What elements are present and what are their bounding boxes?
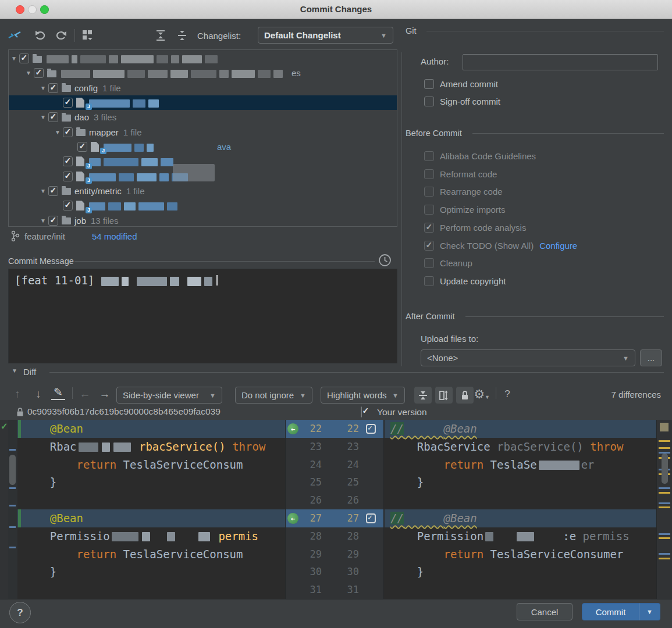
tree-row[interactable]: ▼es — [9, 66, 397, 80]
right-diff-editor[interactable]: // @Bean RbacService rbacService() throw… — [385, 420, 656, 599]
option-checkbox[interactable] — [424, 187, 434, 197]
sign-off-commit-option[interactable]: Sign-off commit — [424, 97, 500, 106]
branch-name[interactable]: feature/init — [24, 231, 65, 241]
tree-row-checkbox[interactable] — [63, 172, 73, 181]
tree-row-checkbox[interactable] — [34, 68, 44, 78]
diff-collapse-icon[interactable]: ▼ — [12, 367, 17, 374]
before-commit-option-reformat-code[interactable]: Reformat code — [424, 169, 497, 179]
tree-row-checkbox[interactable] — [19, 53, 29, 63]
viewer-mode-select[interactable]: Side-by-side viewer▼ — [116, 387, 222, 404]
diff-settings-gear-icon[interactable]: ⚙▼ — [474, 386, 490, 402]
changelist-select[interactable]: Default Changelist ▼ — [258, 27, 393, 44]
diff-help-icon[interactable]: ? — [499, 386, 515, 402]
left-code-line: Permissio permis — [17, 527, 285, 545]
left-editor-scrollbar[interactable] — [8, 420, 17, 599]
tree-row-dao[interactable]: ▼dao3 files — [9, 110, 397, 124]
tree-row-entity-metric[interactable]: ▼entity/metric1 file — [9, 184, 397, 198]
sync-scroll-icon[interactable] — [435, 387, 453, 404]
commit-button[interactable]: Commit — [582, 603, 639, 620]
tree-row-checkbox[interactable] — [77, 142, 87, 152]
tree-row-checkbox[interactable] — [48, 112, 58, 122]
tree-row-checkbox[interactable] — [48, 216, 58, 226]
group-by-icon[interactable] — [80, 28, 95, 43]
tree-expand-icon[interactable]: ▼ — [40, 81, 48, 95]
commit-dropdown-button[interactable]: ▼ — [639, 603, 660, 620]
tree-row[interactable] — [9, 198, 397, 213]
scrollbar-thumb[interactable] — [9, 455, 16, 485]
option-checkbox[interactable] — [424, 258, 434, 268]
tree-expand-icon[interactable]: ▼ — [26, 66, 34, 80]
next-difference-icon[interactable]: ↓ — [30, 386, 47, 402]
option-checkbox[interactable] — [424, 241, 434, 251]
help-button[interactable]: ? — [9, 602, 31, 623]
cancel-button[interactable]: Cancel — [517, 603, 573, 620]
tree-row[interactable]: ▼ — [9, 51, 397, 66]
next-change-icon[interactable]: → — [97, 386, 113, 402]
right-editor-scrollbar[interactable] — [656, 420, 672, 599]
rollback-icon[interactable] — [33, 28, 48, 43]
tree-row-mapper[interactable]: ▼mapper1 file — [9, 125, 397, 140]
previous-difference-icon[interactable]: ↑ — [9, 386, 26, 402]
amend-commit-checkbox[interactable] — [424, 79, 434, 89]
lock-icon[interactable] — [456, 387, 474, 404]
option-checkbox[interactable] — [424, 151, 434, 161]
message-history-icon[interactable] — [378, 254, 392, 267]
highlight-mode-select[interactable]: Highlight words▼ — [321, 387, 405, 404]
tree-expand-icon[interactable]: ▼ — [40, 184, 48, 198]
tree-row-checkbox[interactable] — [63, 98, 73, 108]
whitespace-ignore-select[interactable]: Do not ignore▼ — [235, 387, 312, 404]
code-token: @Bean — [444, 512, 477, 524]
edit-icon[interactable]: ✎ — [51, 385, 65, 400]
apply-change-icon[interactable]: ← — [287, 513, 298, 524]
left-diff-editor[interactable]: @Bean Rbac rbacService() throw return Te… — [17, 420, 285, 599]
amend-commit-option[interactable]: Amend commit — [424, 79, 498, 89]
collapse-unchanged-icon[interactable] — [414, 387, 432, 404]
tree-row-checkbox[interactable] — [63, 156, 73, 166]
tree-row[interactable] — [9, 95, 397, 110]
expand-all-icon[interactable] — [153, 28, 168, 43]
before-commit-option-rearrange-code[interactable]: Rearrange code — [424, 187, 503, 197]
tree-expand-icon[interactable]: ▼ — [55, 125, 63, 140]
tree-row-checkbox[interactable] — [48, 186, 58, 196]
scroll-change-mark — [659, 537, 670, 539]
author-input[interactable] — [463, 54, 658, 70]
previous-change-icon[interactable]: ← — [77, 386, 93, 402]
tree-row-checkbox[interactable] — [63, 201, 73, 210]
folder-icon — [62, 188, 71, 195]
tree-expand-icon[interactable]: ▼ — [40, 110, 48, 124]
option-checkbox[interactable] — [424, 169, 434, 179]
apply-change-icon[interactable]: ← — [287, 423, 298, 434]
tree-row-checkbox[interactable] — [63, 127, 73, 137]
before-commit-option-cleanup[interactable]: Cleanup — [424, 258, 472, 268]
upload-browse-button[interactable]: ... — [640, 349, 662, 366]
before-commit-option-perform-code-analysis[interactable]: Perform code analysis — [424, 223, 526, 233]
diff-toolbar-separator-2 — [496, 387, 496, 399]
tree-expand-icon[interactable]: ▼ — [11, 51, 19, 66]
refresh-icon[interactable] — [54, 28, 69, 43]
before-commit-option-update-copyright[interactable]: Update copyright — [424, 276, 506, 286]
code-token — [177, 530, 197, 543]
sign-off-commit-checkbox[interactable] — [424, 97, 434, 106]
option-checkbox[interactable] — [424, 276, 434, 286]
before-commit-option-optimize-imports[interactable]: Optimize imports — [424, 205, 506, 215]
tree-row[interactable]: ava — [9, 140, 397, 154]
tree-row-job[interactable]: ▼job13 files — [9, 213, 397, 227]
your-version-checkbox[interactable] — [361, 407, 362, 417]
before-commit-option-alibaba-code-guidelines[interactable]: Alibaba Code Guidelines — [424, 151, 536, 161]
before-commit-option-check-todo-show-all-[interactable]: Check TODO (Show All)Configure — [424, 241, 577, 251]
code-redaction — [167, 532, 175, 541]
modified-files-link[interactable]: 54 modified — [92, 231, 137, 241]
option-checkbox[interactable] — [424, 223, 434, 233]
commit-message-editor[interactable]: [feat 11-01] — [8, 269, 397, 363]
option-checkbox[interactable] — [424, 205, 434, 215]
tree-row-checkbox[interactable] — [48, 83, 58, 93]
configure-link[interactable]: Configure — [539, 241, 577, 251]
tree-row-config[interactable]: ▼config1 file — [9, 81, 397, 95]
collapse-all-icon[interactable] — [175, 28, 190, 43]
tree-expand-icon[interactable]: ▼ — [40, 213, 48, 227]
scrollbar-thumb[interactable] — [662, 454, 668, 484]
show-diff-icon[interactable] — [7, 28, 22, 43]
include-change-checkbox[interactable] — [366, 513, 376, 523]
upload-target-select[interactable]: <None> ▼ — [421, 349, 635, 366]
include-change-checkbox[interactable] — [366, 424, 376, 434]
